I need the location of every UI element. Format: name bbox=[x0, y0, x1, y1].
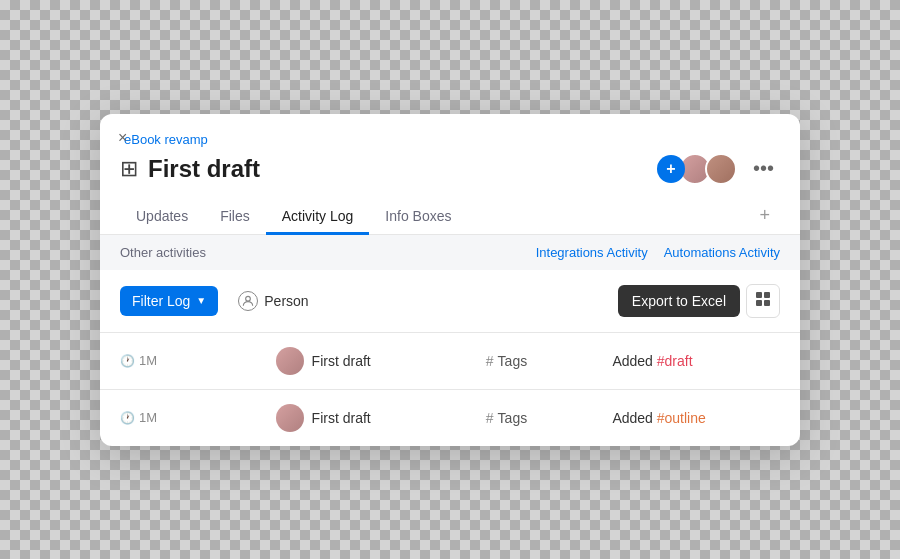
item-cell: First draft bbox=[276, 347, 446, 375]
export-to-excel-button[interactable]: Export to Excel bbox=[618, 285, 740, 317]
action-cell: Added #draft bbox=[612, 353, 692, 369]
time-value: 1M bbox=[139, 353, 157, 368]
filter-log-label: Filter Log bbox=[132, 293, 190, 309]
tab-info-boxes[interactable]: Info Boxes bbox=[369, 200, 467, 235]
activity-bar: Other activities Integrations Activity A… bbox=[100, 235, 800, 270]
activity-links: Integrations Activity Automations Activi… bbox=[536, 245, 780, 260]
item-avatar bbox=[276, 347, 304, 375]
svg-rect-1 bbox=[756, 292, 762, 298]
project-label: eBook revamp bbox=[124, 132, 780, 147]
title-right: + ••• bbox=[657, 153, 780, 185]
table-row: 🕐 1M First draft # Tags bbox=[100, 332, 800, 389]
column-name: Tags bbox=[498, 353, 528, 369]
close-button[interactable]: × bbox=[116, 128, 129, 148]
toolbar: Filter Log ▼ Person Export to Excel bbox=[100, 270, 800, 332]
add-tab-button[interactable]: + bbox=[749, 197, 780, 234]
item-name: First draft bbox=[312, 410, 371, 426]
board-icon: ⊞ bbox=[120, 156, 138, 182]
grid-view-button[interactable] bbox=[746, 284, 780, 318]
action-cell: Added #outline bbox=[612, 410, 705, 426]
tabs: Updates Files Activity Log Info Boxes + bbox=[120, 197, 780, 234]
person-filter-button[interactable]: Person bbox=[230, 285, 316, 317]
add-avatar-button[interactable]: + bbox=[657, 155, 685, 183]
action-prefix: Added bbox=[612, 410, 656, 426]
item-name: First draft bbox=[312, 353, 371, 369]
tab-files[interactable]: Files bbox=[204, 200, 266, 235]
modal-header: eBook revamp ⊞ First draft + ••• Updates… bbox=[100, 114, 800, 235]
table-row: 🕐 1M First draft # Tags bbox=[100, 389, 800, 446]
column-name: Tags bbox=[498, 410, 528, 426]
toolbar-right: Export to Excel bbox=[618, 284, 780, 318]
action-prefix: Added bbox=[612, 353, 656, 369]
time-value: 1M bbox=[139, 410, 157, 425]
modal: × eBook revamp ⊞ First draft + ••• Up bbox=[100, 114, 800, 446]
modal-title: First draft bbox=[148, 155, 260, 183]
chevron-down-icon: ▼ bbox=[196, 295, 206, 306]
time-cell: 🕐 1M bbox=[120, 410, 236, 425]
log-table: 🕐 1M First draft # Tags bbox=[100, 332, 800, 446]
more-button[interactable]: ••• bbox=[747, 153, 780, 184]
person-label: Person bbox=[264, 293, 308, 309]
avatar-2 bbox=[705, 153, 737, 185]
item-avatar bbox=[276, 404, 304, 432]
item-cell: First draft bbox=[276, 404, 446, 432]
tag-value: #draft bbox=[657, 353, 693, 369]
other-activities-label: Other activities bbox=[120, 245, 206, 260]
title-row: ⊞ First draft + ••• bbox=[120, 153, 780, 185]
avatar-group: + bbox=[657, 153, 737, 185]
grid-icon bbox=[755, 291, 771, 311]
svg-rect-2 bbox=[764, 292, 770, 298]
svg-rect-4 bbox=[764, 300, 770, 306]
hash-icon: # bbox=[486, 410, 494, 426]
time-cell: 🕐 1M bbox=[120, 353, 236, 368]
automations-activity-link[interactable]: Automations Activity bbox=[664, 245, 780, 260]
tag-value: #outline bbox=[657, 410, 706, 426]
title-left: ⊞ First draft bbox=[120, 155, 260, 183]
clock-icon: 🕐 bbox=[120, 411, 135, 425]
filter-log-button[interactable]: Filter Log ▼ bbox=[120, 286, 218, 316]
hash-icon: # bbox=[486, 353, 494, 369]
clock-icon: 🕐 bbox=[120, 354, 135, 368]
svg-point-0 bbox=[246, 296, 251, 301]
person-icon bbox=[238, 291, 258, 311]
column-cell: # Tags bbox=[486, 410, 573, 426]
tab-activity-log[interactable]: Activity Log bbox=[266, 200, 370, 235]
svg-rect-3 bbox=[756, 300, 762, 306]
tab-updates[interactable]: Updates bbox=[120, 200, 204, 235]
column-cell: # Tags bbox=[486, 353, 573, 369]
integrations-activity-link[interactable]: Integrations Activity bbox=[536, 245, 648, 260]
